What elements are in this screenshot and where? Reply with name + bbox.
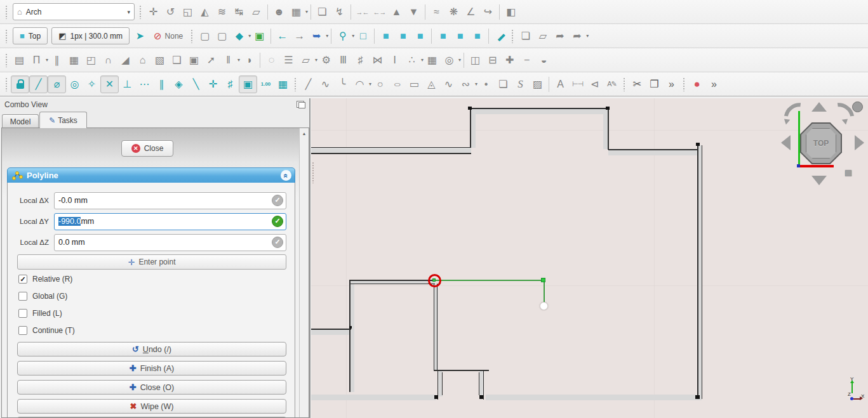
- view-rear-icon[interactable]: ■: [434, 28, 451, 44]
- polyline-section-header[interactable]: Polyline «: [7, 167, 295, 183]
- nav-up-arrow[interactable]: [811, 102, 827, 112]
- open-folder-icon[interactable]: ▱: [534, 28, 551, 44]
- curtain-wall-icon[interactable]: ▦: [65, 52, 83, 69]
- coordinate-input[interactable]: -0.0 mm✓: [54, 192, 286, 209]
- move-icon[interactable]: ✛: [145, 4, 162, 20]
- snap-perpendicular-icon[interactable]: ⊥: [119, 76, 136, 93]
- hatch-tool-icon[interactable]: ▨: [529, 76, 546, 93]
- cut-plane-icon[interactable]: ⊟: [484, 52, 501, 69]
- chevron-down-icon[interactable]: ▾: [586, 33, 589, 39]
- snap-center-icon[interactable]: ◎: [66, 76, 83, 93]
- draft-edit-icon[interactable]: ☻: [270, 4, 288, 20]
- cut-object-icon[interactable]: ◫: [467, 52, 484, 69]
- navcube-top-face[interactable]: TOP: [806, 128, 836, 159]
- navigation-cube[interactable]: TOP: [800, 122, 842, 164]
- join-icon[interactable]: →←: [354, 4, 371, 20]
- panel-scrollbar[interactable]: ▲: [299, 128, 309, 417]
- export-icon[interactable]: ➦: [551, 28, 568, 44]
- coordinate-input[interactable]: 0.0 mm✓: [54, 234, 286, 251]
- remove-component-icon[interactable]: −: [518, 52, 535, 69]
- macro-record-icon[interactable]: ●: [688, 76, 705, 93]
- cut-icon[interactable]: ✂: [629, 76, 646, 93]
- view-front-icon[interactable]: ■: [377, 28, 394, 44]
- label-tool-icon[interactable]: ⊲: [586, 76, 603, 93]
- checkbox-box[interactable]: [18, 292, 27, 301]
- upgrade-icon[interactable]: ▲: [388, 4, 405, 20]
- shapestring-tool-icon[interactable]: S: [512, 76, 529, 93]
- nav-circle-icon[interactable]: [852, 101, 863, 112]
- close-button[interactable]: ✚Close (O): [17, 380, 286, 395]
- float-panel-icon[interactable]: [297, 101, 304, 108]
- downgrade-icon[interactable]: ▼: [405, 4, 422, 20]
- offset-icon[interactable]: ≋: [213, 4, 230, 20]
- scroll-up-icon[interactable]: ▲: [300, 129, 309, 138]
- chevron-down-icon[interactable]: ▾: [458, 57, 461, 63]
- apply-style-icon[interactable]: ➤: [131, 28, 149, 44]
- arc-tool-icon[interactable]: ◠: [351, 76, 368, 93]
- schedule-icon[interactable]: ▦: [424, 52, 441, 69]
- viewport-3d[interactable]: TOP ■ Y Z X: [311, 98, 868, 418]
- workbench-selector[interactable]: ⌂Arch▾: [13, 3, 135, 20]
- snap-intersection-icon[interactable]: ✕: [100, 75, 119, 93]
- coordinate-input[interactable]: -990.0 mm✓: [54, 213, 286, 230]
- fence-icon[interactable]: ♯: [352, 52, 369, 69]
- undo-button[interactable]: ↺Undo (/): [17, 342, 286, 356]
- checkbox-box[interactable]: ✓: [18, 275, 27, 284]
- truss-icon[interactable]: ⋈: [369, 52, 386, 69]
- snap-angle-icon[interactable]: ✧: [83, 76, 100, 93]
- tab-model[interactable]: Model: [2, 114, 39, 128]
- annotation-styles-icon[interactable]: A✎: [603, 76, 620, 93]
- box-element-selection-icon[interactable]: ▢: [213, 28, 230, 44]
- view-top-button[interactable]: ■Top: [13, 27, 48, 44]
- wipe-button[interactable]: ✖Wipe (W): [17, 399, 286, 414]
- bezier-tool-icon[interactable]: ∾: [457, 76, 474, 93]
- mini-cube-icon[interactable]: ■: [845, 166, 852, 180]
- polyline-tool-icon[interactable]: ∿: [317, 76, 334, 93]
- scale-icon[interactable]: ◱: [179, 4, 196, 20]
- site-icon[interactable]: ▧: [151, 52, 168, 69]
- checkbox-box[interactable]: [18, 326, 27, 335]
- stairs-icon[interactable]: ☰: [280, 52, 297, 69]
- text-tool-icon[interactable]: A: [552, 76, 569, 93]
- toggle-grid-icon[interactable]: ▦: [274, 76, 291, 93]
- material-icon[interactable]: ∴: [403, 52, 420, 69]
- select-mode-icon[interactable]: ▣: [251, 28, 268, 44]
- panel-icon[interactable]: ▱: [297, 52, 314, 69]
- std-part-icon[interactable]: ❏: [517, 28, 534, 44]
- link-navigate-icon[interactable]: ➥: [308, 28, 325, 44]
- toolbar-overflow-icon[interactable]: »: [663, 76, 680, 93]
- autogroup-button[interactable]: ⊘None: [149, 30, 188, 42]
- snap-midpoint-icon[interactable]: ⌀: [48, 75, 66, 93]
- line-tool-icon[interactable]: ╱: [300, 76, 317, 93]
- chevron-down-icon[interactable]: ▾: [305, 9, 308, 15]
- building-icon[interactable]: ⌂: [134, 52, 151, 69]
- snap-endpoint-icon[interactable]: ╱: [29, 75, 48, 93]
- profile-beam-icon[interactable]: Ⅰ: [386, 52, 403, 69]
- slope-icon[interactable]: ∠: [462, 4, 479, 20]
- snap-dimensions-icon[interactable]: 1.00: [257, 76, 274, 93]
- view-bottom-icon[interactable]: ■: [451, 28, 469, 44]
- nav-back-icon[interactable]: ←: [274, 28, 291, 44]
- nav-right-arrow[interactable]: [855, 135, 864, 150]
- nav-down-arrow[interactable]: [811, 176, 827, 185]
- view-top-icon[interactable]: ■: [394, 28, 411, 44]
- snap-ortho-icon[interactable]: ✛: [204, 76, 222, 93]
- toolbar-grip[interactable]: [683, 77, 686, 91]
- zoom-icon[interactable]: ⚲: [334, 28, 351, 44]
- checkbox-filled[interactable]: Filled (L): [18, 308, 62, 318]
- navigation-block-icon[interactable]: ◆: [230, 28, 248, 44]
- project-icon[interactable]: ∩: [100, 52, 117, 69]
- edit-subelement-icon[interactable]: ↯: [331, 4, 348, 20]
- array-tools-icon[interactable]: ▦: [288, 4, 305, 20]
- export-link-icon[interactable]: ➦: [568, 28, 585, 44]
- ellipse-tool-icon[interactable]: ○: [387, 78, 408, 91]
- pipe-icon[interactable]: ◎: [441, 52, 458, 69]
- profile-icon[interactable]: ‖: [220, 52, 237, 69]
- snap-near-icon[interactable]: ╲: [187, 76, 204, 93]
- snap-lock-icon[interactable]: [11, 75, 29, 93]
- mirror-icon[interactable]: ◭: [196, 4, 213, 20]
- view-left-icon[interactable]: ■: [469, 28, 486, 44]
- toolbar-grip[interactable]: [190, 29, 194, 43]
- axis-icon[interactable]: ◑: [240, 52, 257, 69]
- toolbar-grip[interactable]: [623, 77, 626, 91]
